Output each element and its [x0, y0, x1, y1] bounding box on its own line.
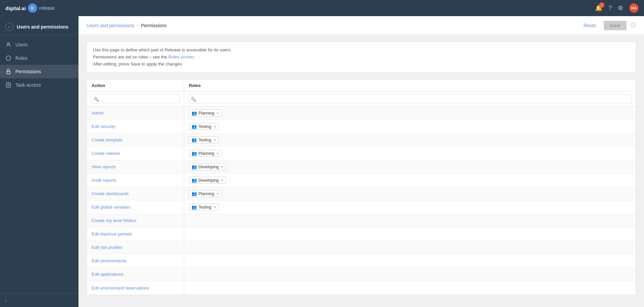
breadcrumb-parent[interactable]: Users and permissions [87, 23, 134, 28]
table-row: Create release👥Planning× [87, 147, 636, 160]
permissions-table: Action Roles 🔍 🔍 [87, 79, 636, 295]
table-row: Create top level folders [87, 214, 636, 227]
save-button[interactable]: Save [604, 21, 627, 30]
brand: digital.ai ⚙ release [5, 3, 55, 13]
role-tag-close[interactable]: × [214, 124, 216, 129]
col-action-header: Action [87, 80, 184, 91]
main-layout: ← Users and permissions Users Roles Perm… [0, 16, 644, 307]
breadcrumb: Users and permissions › Permissions [87, 23, 167, 28]
role-tag-label: Testing [199, 138, 211, 142]
table-row: Edit applications [87, 268, 636, 281]
cell-action[interactable]: Admin [87, 107, 184, 119]
role-tag: 👥Developing× [189, 163, 226, 170]
sidebar-item-roles-label: Roles [15, 55, 28, 61]
reset-button[interactable]: Reset [580, 21, 600, 30]
role-tag-close[interactable]: × [217, 111, 219, 116]
role-tag-close[interactable]: × [221, 178, 223, 183]
info-line1: Use this page to define which part of Re… [93, 47, 630, 54]
cell-action[interactable]: Edit security [87, 121, 184, 132]
table-row: View reports👥Developing× [87, 160, 636, 174]
product-text: release [39, 5, 55, 11]
collapse-button[interactable]: ‹ [5, 298, 73, 303]
table-row: Edit environment reservations [87, 281, 636, 295]
cell-roles [184, 218, 636, 223]
cell-action[interactable]: Audit reports [87, 175, 184, 186]
collapse-icon: ‹ [5, 298, 7, 303]
cell-action[interactable]: Create release [87, 148, 184, 159]
role-tag-label: Planning [199, 151, 214, 156]
sidebar-item-roles[interactable]: Roles [0, 51, 78, 65]
notifications-icon[interactable]: 🔔 2 [595, 4, 602, 12]
cell-roles: 👥Planning× [184, 147, 636, 159]
breadcrumb-current: Permissions [141, 23, 166, 28]
role-tag: 👥Planning× [189, 150, 222, 157]
cell-action[interactable]: Edit blackout periods [87, 228, 184, 239]
settings-icon[interactable]: ⚙ [618, 4, 623, 12]
table-row: Edit blackout periods [87, 227, 636, 241]
role-tag-icon: 👥 [192, 164, 197, 169]
svg-point-0 [7, 43, 9, 45]
table-row: Edit risk profiles [87, 241, 636, 254]
cell-action[interactable]: View reports [87, 161, 184, 172]
help-icon[interactable]: ? [608, 5, 612, 12]
svg-rect-2 [7, 71, 10, 74]
cell-roles: 👥Testing× [184, 134, 636, 146]
cell-action[interactable]: Create top level folders [87, 215, 184, 226]
role-tag-icon: 👥 [192, 205, 197, 210]
roles-link[interactable]: Roles screen [168, 54, 194, 59]
role-tag-close[interactable]: × [221, 165, 223, 169]
table-row: Edit environments [87, 254, 636, 268]
sidebar-item-permissions-label: Permissions [15, 69, 41, 74]
sidebar-item-task-access[interactable]: Task access [0, 78, 78, 92]
table-row: Audit reports👥Developing× [87, 174, 636, 187]
role-tag-label: Developing [199, 178, 219, 183]
role-tag: 👥Planning× [189, 190, 222, 197]
action-search-input[interactable] [91, 94, 180, 103]
sidebar-item-users-label: Users [15, 42, 28, 47]
table-row: Edit security👥Testing× [87, 120, 636, 133]
notification-badge: 2 [599, 2, 604, 8]
roles-search-icon: 🔍 [191, 96, 196, 101]
col-roles-header: Roles [184, 80, 636, 91]
role-tag: 👥Planning× [189, 109, 222, 117]
role-tag-close[interactable]: × [217, 151, 219, 156]
table-row: Edit global variables👥Testing× [87, 201, 636, 214]
roles-search-input[interactable] [188, 94, 632, 103]
cell-roles [184, 272, 636, 277]
cell-roles: 👥Developing× [184, 161, 636, 173]
cell-action[interactable]: Edit applications [87, 269, 184, 280]
role-tag-icon: 👥 [192, 124, 197, 129]
help-circle-icon[interactable]: ⓘ [631, 22, 636, 29]
cell-action[interactable]: Edit risk profiles [87, 242, 184, 253]
cell-action[interactable]: Create dashboards [87, 188, 184, 199]
sidebar-header: ← Users and permissions [0, 19, 78, 35]
back-button[interactable]: ← [5, 23, 13, 31]
role-tag-label: Planning [199, 191, 214, 196]
cell-action[interactable]: Edit environments [87, 255, 184, 266]
cell-action[interactable]: Edit global variables [87, 202, 184, 213]
cell-action[interactable]: Create template [87, 134, 184, 145]
page-content: Use this page to define which part of Re… [78, 35, 644, 307]
role-tag-close[interactable]: × [217, 191, 219, 196]
cell-roles: 👥Testing× [184, 121, 636, 132]
role-tag-icon: 👥 [192, 151, 197, 156]
role-tag-close[interactable]: × [214, 205, 216, 210]
sidebar-title: Users and permissions [17, 24, 68, 30]
user-avatar[interactable]: RA [629, 3, 639, 13]
info-line3: After editing, press Save to apply the c… [93, 61, 630, 68]
role-tag: 👥Testing× [189, 136, 219, 143]
role-tag-icon: 👥 [192, 137, 197, 142]
sidebar-footer: ‹ [0, 294, 78, 307]
cell-action[interactable]: Edit environment reservations [87, 282, 184, 294]
content-header: Users and permissions › Permissions Rese… [78, 16, 644, 35]
sidebar-item-task-access-label: Task access [15, 82, 41, 88]
role-tag-close[interactable]: × [214, 138, 216, 142]
info-line2: Permissions are set on roles – see the R… [93, 54, 630, 61]
roles-search-wrapper: 🔍 [188, 94, 632, 103]
role-tag: 👥Testing× [189, 123, 219, 130]
breadcrumb-separator: › [137, 23, 138, 28]
sidebar-item-permissions[interactable]: Permissions [0, 65, 78, 78]
cell-roles: 👥Developing× [184, 174, 636, 186]
role-tag-icon: 👥 [192, 191, 197, 196]
sidebar-item-users[interactable]: Users [0, 38, 78, 51]
